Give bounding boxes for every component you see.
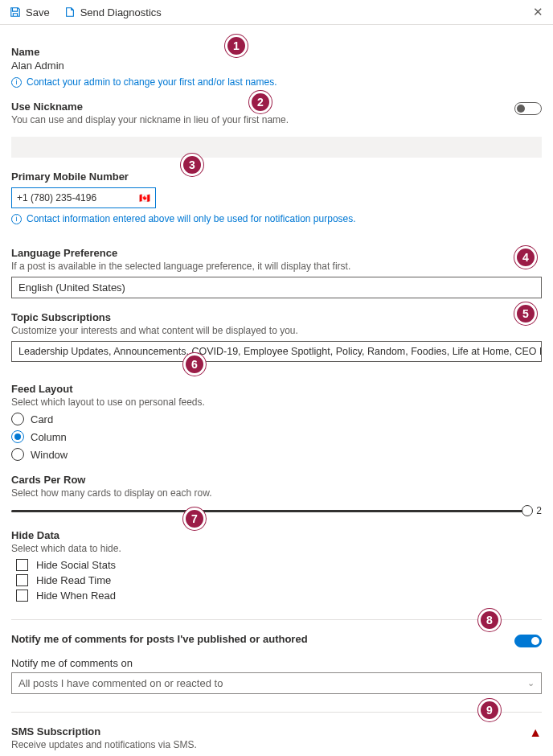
cards-value: 2	[536, 505, 542, 516]
radio-window[interactable]: Window	[11, 448, 542, 461]
content-panel: 1 2 3 4 5 6 7 8 9 Name Alan Admin i Cont…	[0, 25, 553, 756]
callout-1: 1	[225, 35, 248, 57]
phone-input[interactable]: +1 (780) 235-4196 🇨🇦	[11, 187, 156, 208]
notify-published-section: Notify me of comments for posts I've pub…	[11, 633, 542, 647]
feed-desc: Select which layout to use on personal f…	[11, 396, 542, 408]
radio-column[interactable]: Column	[11, 430, 542, 443]
phone-hint-text: Contact information entered above will o…	[27, 213, 356, 224]
callout-7: 7	[183, 507, 206, 530]
nickname-input[interactable]	[11, 137, 542, 158]
callout-2: 2	[249, 91, 272, 113]
check-read-time-label: Hide Read Time	[36, 574, 111, 586]
language-section: Language Preference If a post is availab…	[11, 247, 542, 298]
notify-published-label: Notify me of comments for posts I've pub…	[11, 633, 514, 645]
topics-label: Topic Subscriptions	[11, 311, 542, 323]
check-read-time[interactable]: Hide Read Time	[16, 574, 542, 586]
feed-label: Feed Layout	[11, 383, 542, 395]
radio-card-label: Card	[31, 413, 53, 425]
sms-label: SMS Subscription	[11, 725, 529, 738]
nickname-toggle[interactable]	[514, 102, 542, 115]
cards-per-row-section: Cards Per Row Select how many cards to d…	[11, 474, 542, 516]
name-hint-text: Contact your admin to change your first …	[27, 76, 277, 88]
check-when-read-label: Hide When Read	[36, 590, 116, 602]
diagnostics-icon	[64, 6, 76, 18]
language-select[interactable]: English (United States)	[11, 277, 542, 298]
notify-on-section: Notify me of comments on All posts I hav…	[11, 657, 542, 694]
callout-9: 9	[478, 699, 501, 721]
info-icon: i	[11, 214, 22, 224]
name-hint: i Contact your admin to change your firs…	[11, 76, 542, 88]
close-button[interactable]: ✕	[533, 5, 543, 19]
nickname-desc: You can use and display your nickname in…	[11, 114, 514, 125]
cards-desc: Select how many cards to display on each…	[11, 487, 542, 499]
save-label: Save	[26, 6, 50, 18]
topics-desc: Customize your interests and what conten…	[11, 325, 542, 336]
check-social-stats-label: Hide Social Stats	[36, 559, 116, 571]
check-social-stats[interactable]: Hide Social Stats	[16, 559, 542, 571]
phone-section: Primary Mobile Number +1 (780) 235-4196 …	[11, 171, 542, 224]
language-desc: If a post is available in the selected l…	[11, 261, 542, 272]
notify-on-label: Notify me of comments on	[11, 657, 542, 669]
name-value: Alan Admin	[11, 60, 542, 72]
warning-icon: ▲	[529, 725, 542, 740]
save-button[interactable]: Save	[10, 6, 50, 18]
toolbar: Save Send Diagnostics ✕	[0, 0, 553, 25]
name-label: Name	[11, 46, 542, 58]
check-when-read[interactable]: Hide When Read	[16, 590, 542, 602]
divider	[11, 712, 542, 713]
phone-hint: i Contact information entered above will…	[11, 213, 542, 224]
radio-column-label: Column	[31, 431, 67, 443]
hide-label: Hide Data	[11, 529, 542, 541]
hide-desc: Select which data to hide.	[11, 543, 542, 554]
phone-label: Primary Mobile Number	[11, 171, 542, 183]
flag-icon: 🇨🇦	[139, 193, 150, 203]
sms-desc: Receive updates and notifications via SM…	[11, 739, 529, 750]
feed-layout-section: Feed Layout Select which layout to use o…	[11, 383, 542, 461]
topics-section: Topic Subscriptions Customize your inter…	[11, 311, 542, 362]
nickname-section: Use Nickname You can use and display you…	[11, 101, 542, 158]
notify-on-dropdown[interactable]: All posts I have commented on or reacted…	[11, 672, 542, 694]
radio-window-label: Window	[31, 449, 68, 461]
callout-6: 6	[183, 353, 206, 376]
chevron-down-icon: ⌄	[527, 678, 535, 688]
notify-published-toggle[interactable]	[514, 635, 542, 647]
save-icon	[10, 6, 21, 18]
radio-card[interactable]: Card	[11, 413, 542, 425]
callout-4: 4	[514, 246, 537, 269]
name-section: Name Alan Admin i Contact your admin to …	[11, 46, 542, 88]
callout-5: 5	[514, 302, 537, 325]
topics-select[interactable]: Leadership Updates, Announcements, COVID…	[11, 341, 542, 362]
send-diagnostics-label: Send Diagnostics	[80, 6, 162, 18]
sms-section: SMS Subscription Receive updates and not…	[11, 725, 542, 755]
hide-data-section: Hide Data Select which data to hide. Hid…	[11, 529, 542, 602]
notify-on-value: All posts I have commented on or reacted…	[18, 677, 527, 689]
cards-slider[interactable]	[11, 510, 528, 512]
phone-value: +1 (780) 235-4196	[17, 192, 139, 203]
info-icon: i	[11, 77, 22, 88]
callout-8: 8	[478, 609, 501, 631]
cards-label: Cards Per Row	[11, 474, 542, 486]
divider	[11, 619, 542, 620]
send-diagnostics-button[interactable]: Send Diagnostics	[64, 6, 162, 18]
language-label: Language Preference	[11, 247, 542, 259]
feed-radio-group: Card Column Window	[11, 413, 542, 461]
callout-3: 3	[181, 154, 203, 176]
